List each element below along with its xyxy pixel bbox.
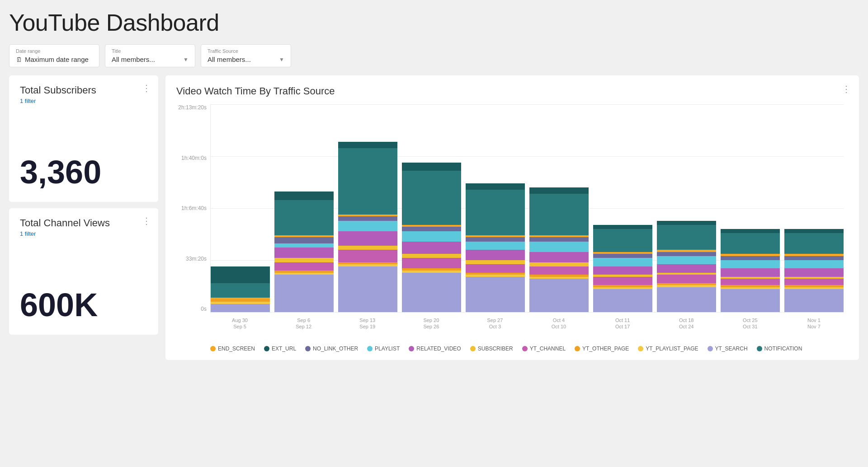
- bar-segment-notification: [657, 225, 716, 250]
- bar-segment-playlist: [466, 242, 525, 250]
- bar-segment-subscriber: [402, 254, 461, 258]
- traffic-source-filter[interactable]: Traffic Source All members... ▼: [201, 44, 291, 67]
- y-label-3: 33m:20s: [186, 256, 207, 262]
- legend-label-yt_channel: YT_CHANNEL: [530, 346, 566, 352]
- subscribers-menu-icon[interactable]: ⋮: [142, 83, 151, 93]
- x-label: Sep 13 Sep 19: [338, 314, 397, 339]
- channel-views-menu-icon[interactable]: ⋮: [142, 215, 151, 226]
- bar-segment-notification: [529, 194, 589, 235]
- bar-segment-yt_search: [338, 266, 397, 312]
- legend-item-yt_channel: YT_CHANNEL: [522, 346, 566, 352]
- bar-segment-yt_channel: [593, 277, 652, 285]
- bar-segment-related_video: [784, 268, 844, 276]
- channel-views-filter[interactable]: 1 filter: [20, 230, 147, 237]
- main-content: ⋮ Total Subscribers 1 filter 3,360 ⋮ Tot…: [9, 75, 859, 360]
- bar-segment-yt_search: [721, 289, 780, 312]
- chart-area: 2h:13m:20s 1h:40m:0s 1h:6m:40s 33m:20s 0…: [176, 104, 848, 339]
- bar-segment-notification: [402, 171, 461, 225]
- legend-dot-notification: [757, 346, 762, 351]
- chart-menu-icon[interactable]: ⋮: [842, 84, 851, 94]
- bar-segment-playlist: [338, 221, 397, 231]
- stacked-bar: [274, 191, 334, 312]
- legend-item-notification: NOTIFICATION: [757, 346, 802, 352]
- bar-segment-yt_search: [274, 275, 334, 312]
- bar-segment-notification: [784, 233, 844, 254]
- bar-group: [402, 104, 461, 312]
- chart-legend: END_SCREENEXT_URLNO_LINK_OTHERPLAYLISTRE…: [176, 346, 848, 352]
- x-label: Aug 30 Sep 5: [210, 314, 269, 339]
- x-label: Oct 11 Oct 17: [593, 314, 652, 339]
- x-label: Oct 18 Oct 24: [657, 314, 716, 339]
- bar-segment-ext_url: [529, 187, 589, 194]
- subscribers-value: 3,360: [20, 138, 147, 188]
- bar-segment-notification: [593, 229, 652, 252]
- x-label: Sep 20 Sep 26: [401, 314, 461, 339]
- bar-segment-ext_url: [211, 266, 270, 283]
- title-value: All members... ▼: [112, 56, 189, 63]
- stacked-bar: [721, 229, 780, 312]
- bar-group: [529, 104, 589, 312]
- bar-group: [466, 104, 525, 312]
- legend-dot-yt_other_page: [575, 346, 580, 351]
- bar-segment-subscriber: [274, 258, 334, 262]
- bar-segment-yt_channel: [274, 262, 334, 271]
- legend-dot-ext_url: [264, 346, 269, 351]
- channel-views-card: ⋮ Total Channel Views 1 filter 600K: [9, 208, 158, 335]
- legend-item-end_screen: END_SCREEN: [210, 346, 255, 352]
- bar-segment-yt_search: [529, 279, 589, 312]
- bar-segment-related_video: [274, 248, 334, 258]
- bar-segment-no_link_other: [529, 237, 589, 241]
- bar-group: [593, 104, 652, 312]
- legend-dot-related_video: [409, 346, 414, 351]
- stacked-bar: [466, 183, 525, 312]
- stacked-bar: [402, 163, 461, 312]
- bar-segment-subscriber: [529, 262, 589, 266]
- bar-segment-yt_channel: [466, 264, 525, 272]
- legend-dot-end_screen: [210, 346, 216, 351]
- bar-segment-yt_channel: [529, 266, 589, 275]
- bar-segment-ext_url: [657, 221, 716, 225]
- legend-item-yt_playlist_page: YT_PLAYLIST_PAGE: [638, 346, 698, 352]
- title-label: Title: [112, 48, 189, 54]
- bar-segment-yt_search: [466, 277, 525, 312]
- bar-segment-yt_search: [593, 289, 652, 312]
- bar-segment-notification: [721, 233, 780, 254]
- legend-label-notification: NOTIFICATION: [764, 346, 802, 352]
- legend-label-yt_search: YT_SEARCH: [715, 346, 748, 352]
- bar-segment-playlist: [529, 242, 589, 252]
- subscribers-title: Total Subscribers: [20, 84, 147, 96]
- bar-segment-playlist: [657, 256, 716, 264]
- legend-item-no_link_other: NO_LINK_OTHER: [305, 346, 358, 352]
- bar-group: [211, 104, 270, 312]
- bar-segment-yt_channel: [402, 258, 461, 268]
- bar-segment-ext_url: [338, 142, 397, 148]
- stacked-bar: [529, 187, 589, 312]
- bar-segment-notification: [338, 148, 397, 215]
- bar-segment-notification: [274, 200, 334, 235]
- chart-panel: ⋮ Video Watch Time By Traffic Source 2h:…: [165, 75, 859, 360]
- y-label-2: 1h:6m:40s: [181, 205, 207, 211]
- calendar-icon: 🗓: [16, 56, 22, 63]
- date-range-filter[interactable]: Date range 🗓 Maximum date range: [9, 44, 99, 67]
- legend-label-related_video: RELATED_VIDEO: [416, 346, 461, 352]
- title-filter[interactable]: Title All members... ▼: [105, 44, 195, 67]
- legend-item-yt_search: YT_SEARCH: [708, 346, 748, 352]
- channel-views-value: 600K: [20, 271, 147, 321]
- legend-item-yt_other_page: YT_OTHER_PAGE: [575, 346, 629, 352]
- bar-segment-no_link_other: [593, 254, 652, 258]
- x-label: Oct 4 Oct 10: [529, 314, 588, 339]
- bar-segment-playlist: [402, 231, 461, 242]
- legend-dot-no_link_other: [305, 346, 311, 351]
- bar-segment-related_video: [402, 242, 461, 254]
- bar-segment-yt_search: [657, 287, 716, 312]
- bar-segment-no_link_other: [274, 237, 334, 243]
- y-axis: 2h:13m:20s 1h:40m:0s 1h:6m:40s 33m:20s 0…: [176, 104, 210, 312]
- chart-title: Video Watch Time By Traffic Source: [176, 85, 848, 97]
- bar-group: [721, 104, 780, 312]
- subscribers-filter[interactable]: 1 filter: [20, 98, 147, 104]
- stacked-bar: [593, 225, 652, 312]
- bars-container: [210, 104, 844, 312]
- legend-item-subscriber: SUBSCRIBER: [470, 346, 513, 352]
- bar-segment-no_link_other: [402, 227, 461, 231]
- bar-segment-related_video: [593, 266, 652, 275]
